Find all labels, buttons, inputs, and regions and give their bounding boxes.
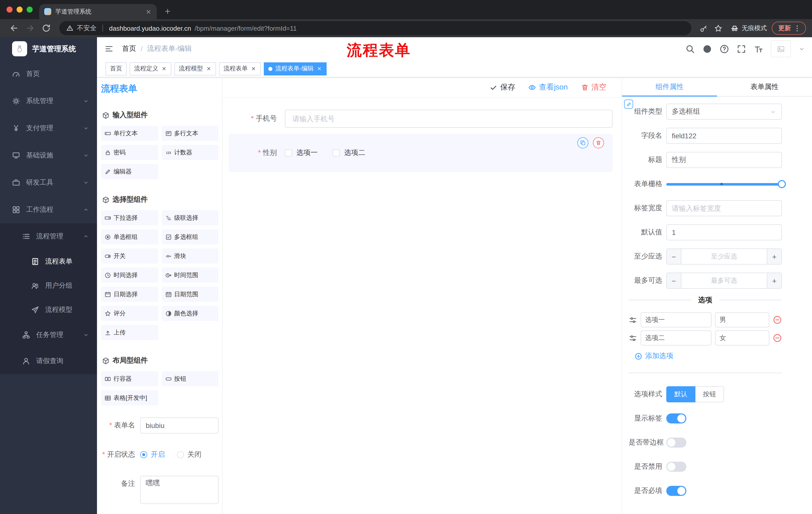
gender-option-1[interactable]: 选项一 bbox=[285, 148, 318, 157]
component-single-text[interactable]: 单行文本 bbox=[101, 126, 158, 141]
remark-textarea[interactable]: 嘿嘿 bbox=[140, 476, 219, 504]
sidebar-item-workflow[interactable]: 工作流程 bbox=[0, 196, 97, 223]
minus-button[interactable]: − bbox=[667, 249, 682, 264]
component-password[interactable]: 密码 bbox=[101, 145, 158, 160]
component-radio-group[interactable]: 单选框组 bbox=[101, 229, 158, 244]
browser-menu-icon[interactable] bbox=[793, 24, 801, 32]
component-multi-text[interactable]: 多行文本 bbox=[162, 126, 219, 141]
component-time-picker[interactable]: 时间选择 bbox=[101, 268, 158, 283]
browser-update-button[interactable]: 更新 bbox=[772, 22, 806, 35]
status-radio-on[interactable]: 开启 bbox=[140, 450, 165, 459]
option-style-default[interactable]: 默认 bbox=[666, 386, 695, 402]
close-window-button[interactable] bbox=[6, 6, 12, 12]
sidebar-item-leave-query[interactable]: 请假查询 bbox=[0, 348, 97, 374]
component-doc-link-icon[interactable] bbox=[624, 100, 633, 109]
component-slider[interactable]: 滑块 bbox=[162, 248, 219, 264]
gender-option-2[interactable]: 选项二 bbox=[332, 148, 365, 157]
github-icon[interactable] bbox=[702, 44, 712, 54]
plus-button[interactable]: + bbox=[767, 249, 781, 264]
zoom-window-button[interactable] bbox=[27, 6, 33, 12]
sidebar-item-payment[interactable]: 支付管理 bbox=[0, 115, 97, 142]
sidebar-item-user-group[interactable]: 用户分组 bbox=[0, 274, 97, 298]
close-icon[interactable] bbox=[251, 66, 256, 72]
option-value-input[interactable] bbox=[715, 312, 769, 327]
component-time-range[interactable]: 时间范围 bbox=[162, 268, 219, 283]
sidebar-item-process-model[interactable]: 流程模型 bbox=[0, 298, 97, 322]
close-icon[interactable] bbox=[206, 66, 211, 72]
component-cascader[interactable]: 级联选择 bbox=[162, 210, 219, 225]
component-table[interactable]: 表格[开发中] bbox=[101, 390, 158, 405]
status-radio-off[interactable]: 关闭 bbox=[177, 450, 202, 459]
delete-field-button[interactable] bbox=[593, 137, 604, 148]
tag-process-form-edit[interactable]: 流程表单-编辑 bbox=[264, 62, 327, 75]
default-value-input[interactable] bbox=[666, 224, 782, 240]
add-option-button[interactable]: 添加选项 bbox=[635, 352, 782, 360]
plus-button[interactable]: + bbox=[767, 273, 781, 288]
sidebar-item-infrastructure[interactable]: 基础设施 bbox=[0, 142, 97, 169]
close-icon[interactable] bbox=[161, 66, 167, 72]
min-select-placeholder[interactable]: 至少应选 bbox=[682, 249, 767, 264]
remove-option-icon[interactable] bbox=[773, 315, 782, 324]
browser-tab[interactable]: 芋道管理系统 bbox=[39, 4, 157, 19]
reload-icon[interactable] bbox=[42, 24, 51, 33]
drag-handle-icon[interactable] bbox=[629, 316, 637, 324]
slider-handle[interactable] bbox=[778, 180, 786, 188]
close-icon[interactable] bbox=[317, 66, 322, 72]
tag-process-definition[interactable]: 流程定义 bbox=[129, 62, 171, 75]
grid-slider[interactable] bbox=[666, 176, 782, 192]
save-button[interactable]: 保存 bbox=[490, 82, 515, 92]
font-size-icon[interactable] bbox=[754, 44, 763, 54]
avatar[interactable] bbox=[771, 40, 791, 57]
component-upload[interactable]: 上传 bbox=[101, 325, 158, 340]
option-value-input[interactable] bbox=[715, 330, 769, 346]
component-color-picker[interactable]: 颜色选择 bbox=[162, 306, 219, 321]
sidebar-item-task-management[interactable]: 任务管理 bbox=[0, 322, 97, 348]
view-json-button[interactable]: 查看json bbox=[528, 82, 568, 92]
sidebar-item-process-form[interactable]: 流程表单 bbox=[0, 249, 97, 274]
password-manager-icon[interactable] bbox=[699, 24, 708, 32]
tag-process-form[interactable]: 流程表单 bbox=[219, 62, 261, 75]
max-select-placeholder[interactable]: 最多可选 bbox=[682, 273, 767, 288]
component-date-range[interactable]: 日期范围 bbox=[162, 287, 219, 302]
tab-component-props[interactable]: 组件属性 bbox=[622, 77, 717, 96]
component-select[interactable]: 下拉选择 bbox=[101, 210, 158, 225]
component-switch[interactable]: 开关 bbox=[101, 248, 158, 264]
new-tab-button[interactable] bbox=[164, 7, 171, 15]
border-toggle[interactable] bbox=[666, 437, 686, 448]
breadcrumb-home[interactable]: 首页 bbox=[122, 44, 136, 53]
field-gender-selected[interactable]: 性别 选项一 选项二 bbox=[229, 134, 612, 172]
component-counter[interactable]: 123计数器 bbox=[162, 145, 219, 160]
show-label-toggle[interactable] bbox=[666, 413, 686, 424]
component-editor[interactable]: 编辑器 bbox=[101, 164, 158, 179]
disabled-toggle[interactable] bbox=[666, 462, 686, 472]
tag-home[interactable]: 首页 bbox=[106, 62, 127, 75]
question-icon[interactable] bbox=[720, 44, 729, 54]
form-name-input[interactable] bbox=[140, 417, 219, 434]
component-checkbox-group[interactable]: 多选框组 bbox=[162, 229, 219, 244]
sidebar-logo[interactable]: 芋道管理系统 bbox=[0, 37, 97, 60]
label-width-input[interactable] bbox=[666, 200, 782, 216]
field-name-input[interactable] bbox=[666, 128, 782, 144]
minus-button[interactable]: − bbox=[667, 273, 682, 288]
avatar-caret-icon[interactable] bbox=[799, 46, 805, 52]
copy-field-button[interactable] bbox=[577, 137, 588, 148]
required-toggle[interactable] bbox=[666, 486, 686, 496]
tab-close-icon[interactable] bbox=[145, 8, 152, 15]
remove-option-icon[interactable] bbox=[773, 333, 782, 343]
fullscreen-icon[interactable] bbox=[736, 44, 746, 54]
component-type-select[interactable]: 多选框组 bbox=[666, 104, 782, 120]
title-input[interactable] bbox=[666, 152, 782, 168]
sidebar-item-home[interactable]: 首页 bbox=[0, 60, 97, 87]
option-style-button[interactable]: 按钮 bbox=[695, 386, 724, 402]
minimize-window-button[interactable] bbox=[17, 6, 23, 12]
address-bar[interactable]: 不安全 dashboard.yudao.iocoder.cn/bpm/manag… bbox=[59, 21, 691, 35]
option-name-input[interactable] bbox=[641, 312, 712, 327]
phone-input[interactable] bbox=[285, 110, 612, 128]
sidebar-item-process-management[interactable]: 流程管理 bbox=[0, 223, 97, 249]
bookmark-star-icon[interactable] bbox=[714, 24, 723, 32]
clear-button[interactable]: 清空 bbox=[581, 82, 607, 92]
drag-handle-icon[interactable] bbox=[629, 334, 637, 342]
field-phone[interactable]: 手机号 bbox=[229, 110, 612, 128]
back-icon[interactable] bbox=[9, 24, 19, 33]
forward-icon[interactable] bbox=[26, 24, 35, 33]
